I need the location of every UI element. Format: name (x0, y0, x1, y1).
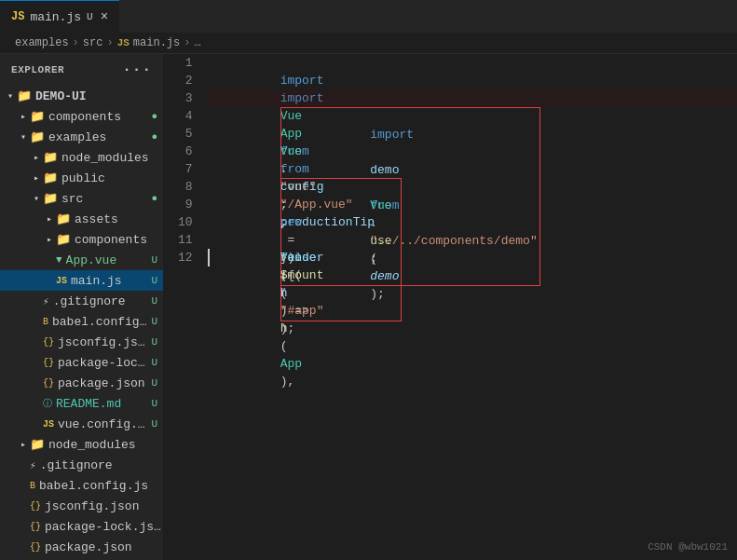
item-label: node_modules (61, 151, 163, 165)
folder-icon: 📁 (17, 89, 32, 103)
breadcrumb-sep1: › (73, 36, 79, 49)
js-file-icon: JS (11, 10, 24, 23)
sidebar-item-node-modules-root[interactable]: ▸ 📁 node_modules (0, 434, 163, 455)
arrow-icon: ▸ (30, 172, 43, 184)
item-label: jsconfig.json (45, 499, 163, 513)
arrow-icon: ▾ (30, 193, 43, 204)
modified-badge: U (151, 377, 157, 389)
arrow-icon: ▸ (43, 213, 56, 225)
sidebar-item-babel-root[interactable]: B babel.config.js (0, 475, 163, 496)
sidebar-item-components-root[interactable]: ▸ 📁 components ● (0, 106, 163, 127)
breadcrumb-src[interactable]: src (83, 36, 103, 49)
sidebar-item-demo-ui[interactable]: ▾ 📁 DEMO-UI (0, 86, 163, 106)
sidebar-item-main-js[interactable]: JS main.js U (0, 270, 163, 291)
modified-badge: U (151, 357, 157, 368)
code-area: 1 2 3 4 5 6 7 8 9 10 11 12 import Vue (163, 54, 737, 560)
code-line-6 (208, 143, 737, 160)
json-icon: {} (30, 522, 41, 532)
item-label: examples (48, 130, 151, 144)
babel-icon: B (30, 481, 35, 491)
js-icon: JS (43, 419, 54, 430)
sidebar-menu-button[interactable]: ··· (122, 61, 152, 78)
item-label: babel.config.js (39, 479, 163, 493)
item-label: assets (75, 212, 163, 226)
sidebar-item-readme-examples[interactable]: ⓘ README.md U (0, 393, 163, 414)
folder-icon: 📁 (43, 150, 58, 165)
sidebar-item-vueconfig-examples[interactable]: JS vue.config.js U (0, 414, 163, 434)
breadcrumb-file[interactable]: main.js (133, 36, 180, 49)
sidebar-item-node-modules-examples[interactable]: ▸ 📁 node_modules (0, 147, 163, 168)
vue-file-icon: ▼ (56, 254, 62, 266)
item-label: vue.config.js (58, 417, 151, 431)
modified-badge: U (151, 254, 157, 266)
sidebar-item-examples[interactable]: ▾ 📁 examples ● (0, 127, 163, 147)
item-label: .gitignore (40, 458, 163, 472)
babel-icon: B (43, 317, 48, 327)
sidebar-item-src[interactable]: ▾ 📁 src ● (0, 188, 163, 209)
sidebar-item-pkglock-examples[interactable]: {} package-lock.js... U (0, 352, 163, 373)
item-label: App.vue (66, 253, 152, 267)
sidebar-item-jsconfig-root[interactable]: {} jsconfig.json (0, 496, 163, 516)
modified-badge: ● (151, 193, 157, 204)
sidebar-item-pkglock-root[interactable]: {} package-lock.json (0, 516, 163, 537)
sidebar-item-jsconfig-examples[interactable]: {} jsconfig.json U (0, 332, 163, 352)
code-line-2: import App from "/App.vue" ; (208, 72, 737, 89)
folder-icon: 📁 (43, 191, 58, 206)
js-file-icon: JS (56, 276, 67, 286)
code-line-7: Vue . use ( demo ); (208, 160, 737, 178)
breadcrumb-sep2: › (106, 36, 113, 49)
code-line-1: import Vue from "vue" ; (208, 54, 737, 72)
tab-main-js[interactable]: JS main.js U × (0, 0, 119, 33)
item-label: package.json (58, 376, 151, 390)
sidebar-item-babel-examples[interactable]: B babel.config.js U (0, 311, 163, 332)
modified-badge: U (151, 418, 157, 430)
sidebar-item-assets[interactable]: ▸ 📁 assets (0, 209, 163, 229)
sidebar-item-pkg-examples[interactable]: {} package.json U (0, 373, 163, 393)
item-label: src (61, 192, 151, 206)
modified-badge: U (151, 295, 157, 307)
sidebar-item-pkg-root[interactable]: {} package.json (0, 537, 163, 557)
modified-badge: U (151, 275, 157, 286)
watermark: CSDN @wbw1021 (648, 541, 728, 553)
sidebar-item-components-src[interactable]: ▸ 📁 components (0, 229, 163, 250)
item-label: package.json (45, 540, 163, 554)
modified-badge: U (151, 398, 157, 409)
line-numbers: 1 2 3 4 5 6 7 8 9 10 11 12 (163, 54, 204, 560)
json-icon: {} (43, 378, 54, 389)
sidebar-item-public[interactable]: ▸ 📁 public (0, 168, 163, 188)
item-label: components (48, 110, 151, 124)
item-label: package-lock.json (45, 520, 163, 534)
breadcrumb-examples[interactable]: examples (15, 36, 69, 49)
main-layout: Explorer ··· ▾ 📁 DEMO-UI ▸ 📁 components … (0, 54, 737, 560)
code-line-8 (208, 178, 737, 196)
item-label: .gitignore (53, 294, 152, 308)
folder-icon: 📁 (30, 109, 45, 124)
modified-badge: U (151, 336, 157, 348)
breadcrumb: examples › src › JS main.js › … (0, 33, 737, 54)
arrow-icon: ▸ (30, 152, 43, 163)
arrow-icon: ▸ (43, 234, 56, 245)
sidebar: Explorer ··· ▾ 📁 DEMO-UI ▸ 📁 components … (0, 54, 163, 560)
tab-close-button[interactable]: × (101, 9, 108, 24)
sidebar-title: Explorer (11, 64, 64, 75)
code-line-9: new Vue ({ (208, 196, 737, 213)
code-line-10: render : ( h ) => h ( App ), (208, 213, 737, 231)
sidebar-item-gitignore-root[interactable]: ⚡ .gitignore (0, 455, 163, 475)
git-icon: ⚡ (43, 295, 49, 307)
modified-badge: U (151, 316, 157, 327)
arrow-icon: ▾ (4, 90, 17, 102)
json-icon: {} (43, 358, 54, 368)
sidebar-item-app-vue[interactable]: ▼ App.vue U (0, 250, 163, 270)
folder-icon: 📁 (43, 171, 58, 185)
folder-icon: 📁 (56, 212, 71, 226)
sidebar-item-gitignore-examples[interactable]: ⚡ .gitignore U (0, 291, 163, 311)
item-label: components (75, 233, 163, 247)
git-icon: ⚡ (30, 459, 36, 471)
readme-icon: ⓘ (43, 397, 52, 410)
tab-modified-badge: U (87, 11, 93, 22)
folder-icon: 📁 (30, 130, 45, 144)
tab-bar: JS main.js U × (0, 0, 737, 33)
editor[interactable]: 1 2 3 4 5 6 7 8 9 10 11 12 import Vue (163, 54, 737, 560)
code-line-4 (208, 107, 737, 125)
item-label: main.js (71, 274, 151, 288)
